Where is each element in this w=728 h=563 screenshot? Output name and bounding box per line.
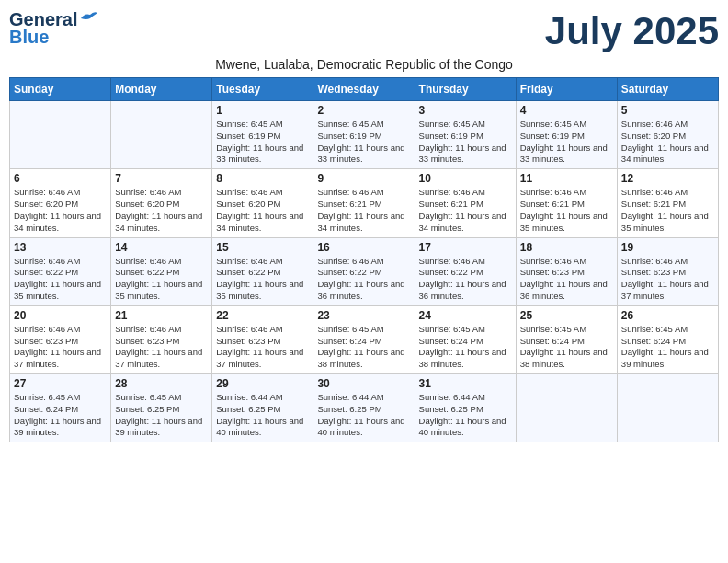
day-number: 1: [216, 104, 309, 117]
calendar-cell: 3Sunrise: 6:45 AM Sunset: 6:19 PM Daylig…: [415, 101, 516, 169]
day-number: 6: [14, 172, 107, 185]
calendar-cell: 30Sunrise: 6:44 AM Sunset: 6:25 PM Dayli…: [313, 374, 415, 442]
calendar-cell: 12Sunrise: 6:46 AM Sunset: 6:21 PM Dayli…: [617, 169, 718, 237]
day-number: 11: [520, 172, 613, 185]
day-number: 12: [621, 172, 714, 185]
day-info: Sunrise: 6:46 AM Sunset: 6:22 PM Dayligh…: [317, 256, 410, 303]
weekday-header-tuesday: Tuesday: [212, 78, 313, 101]
day-number: 16: [317, 241, 410, 254]
day-info: Sunrise: 6:46 AM Sunset: 6:22 PM Dayligh…: [14, 256, 107, 303]
weekday-header-saturday: Saturday: [617, 78, 718, 101]
day-info: Sunrise: 6:46 AM Sunset: 6:23 PM Dayligh…: [14, 324, 107, 371]
calendar-cell: 18Sunrise: 6:46 AM Sunset: 6:23 PM Dayli…: [516, 237, 617, 305]
day-number: 3: [419, 104, 512, 117]
day-info: Sunrise: 6:45 AM Sunset: 6:24 PM Dayligh…: [14, 392, 107, 439]
page-subtitle: Mwene, Lualaba, Democratic Republic of t…: [9, 57, 719, 72]
calendar-cell: 29Sunrise: 6:44 AM Sunset: 6:25 PM Dayli…: [212, 374, 313, 442]
day-info: Sunrise: 6:44 AM Sunset: 6:25 PM Dayligh…: [216, 392, 309, 439]
calendar-week-row: 1Sunrise: 6:45 AM Sunset: 6:19 PM Daylig…: [10, 101, 719, 169]
calendar-cell: 13Sunrise: 6:46 AM Sunset: 6:22 PM Dayli…: [10, 237, 111, 305]
calendar-cell: 5Sunrise: 6:46 AM Sunset: 6:20 PM Daylig…: [617, 101, 718, 169]
day-info: Sunrise: 6:46 AM Sunset: 6:22 PM Dayligh…: [216, 256, 309, 303]
day-number: 27: [14, 377, 107, 390]
weekday-header-thursday: Thursday: [415, 78, 516, 101]
calendar-cell: 27Sunrise: 6:45 AM Sunset: 6:24 PM Dayli…: [10, 374, 111, 442]
day-number: 28: [115, 377, 208, 390]
page-header: General Blue July 2025: [9, 9, 719, 53]
calendar-cell: 21Sunrise: 6:46 AM Sunset: 6:23 PM Dayli…: [111, 305, 212, 373]
day-info: Sunrise: 6:46 AM Sunset: 6:21 PM Dayligh…: [520, 187, 613, 234]
day-number: 5: [621, 104, 714, 117]
day-info: Sunrise: 6:45 AM Sunset: 6:25 PM Dayligh…: [115, 392, 208, 439]
day-info: Sunrise: 6:46 AM Sunset: 6:20 PM Dayligh…: [14, 187, 107, 234]
calendar-cell: [617, 374, 718, 442]
day-info: Sunrise: 6:46 AM Sunset: 6:23 PM Dayligh…: [520, 256, 613, 303]
day-info: Sunrise: 6:46 AM Sunset: 6:23 PM Dayligh…: [621, 256, 714, 303]
day-info: Sunrise: 6:45 AM Sunset: 6:19 PM Dayligh…: [520, 119, 613, 166]
calendar-week-row: 20Sunrise: 6:46 AM Sunset: 6:23 PM Dayli…: [10, 305, 719, 373]
calendar-week-row: 6Sunrise: 6:46 AM Sunset: 6:20 PM Daylig…: [10, 169, 719, 237]
calendar-cell: 28Sunrise: 6:45 AM Sunset: 6:25 PM Dayli…: [111, 374, 212, 442]
weekday-header-wednesday: Wednesday: [313, 78, 415, 101]
weekday-header-sunday: Sunday: [10, 78, 111, 101]
day-number: 7: [115, 172, 208, 185]
calendar-cell: 31Sunrise: 6:44 AM Sunset: 6:25 PM Dayli…: [415, 374, 516, 442]
day-info: Sunrise: 6:45 AM Sunset: 6:24 PM Dayligh…: [621, 324, 714, 371]
weekday-header-friday: Friday: [516, 78, 617, 101]
day-info: Sunrise: 6:45 AM Sunset: 6:19 PM Dayligh…: [317, 119, 410, 166]
calendar-cell: 15Sunrise: 6:46 AM Sunset: 6:22 PM Dayli…: [212, 237, 313, 305]
calendar-week-row: 13Sunrise: 6:46 AM Sunset: 6:22 PM Dayli…: [10, 237, 719, 305]
calendar-cell: 14Sunrise: 6:46 AM Sunset: 6:22 PM Dayli…: [111, 237, 212, 305]
day-number: 14: [115, 241, 208, 254]
day-number: 24: [419, 309, 512, 322]
day-number: 15: [216, 241, 309, 254]
day-number: 18: [520, 241, 613, 254]
calendar-cell: 7Sunrise: 6:46 AM Sunset: 6:20 PM Daylig…: [111, 169, 212, 237]
calendar-cell: 20Sunrise: 6:46 AM Sunset: 6:23 PM Dayli…: [10, 305, 111, 373]
calendar-cell: 9Sunrise: 6:46 AM Sunset: 6:21 PM Daylig…: [313, 169, 415, 237]
day-number: 30: [317, 377, 410, 390]
day-info: Sunrise: 6:44 AM Sunset: 6:25 PM Dayligh…: [317, 392, 410, 439]
calendar-cell: 17Sunrise: 6:46 AM Sunset: 6:22 PM Dayli…: [415, 237, 516, 305]
day-number: 26: [621, 309, 714, 322]
day-number: 8: [216, 172, 309, 185]
calendar-cell: 1Sunrise: 6:45 AM Sunset: 6:19 PM Daylig…: [212, 101, 313, 169]
calendar-cell: 11Sunrise: 6:46 AM Sunset: 6:21 PM Dayli…: [516, 169, 617, 237]
day-number: 23: [317, 309, 410, 322]
day-info: Sunrise: 6:45 AM Sunset: 6:24 PM Dayligh…: [419, 324, 512, 371]
day-number: 19: [621, 241, 714, 254]
calendar-cell: 22Sunrise: 6:46 AM Sunset: 6:23 PM Dayli…: [212, 305, 313, 373]
day-number: 17: [419, 241, 512, 254]
day-info: Sunrise: 6:45 AM Sunset: 6:19 PM Dayligh…: [216, 119, 309, 166]
day-number: 31: [419, 377, 512, 390]
logo-blue: Blue: [9, 27, 49, 48]
day-info: Sunrise: 6:46 AM Sunset: 6:21 PM Dayligh…: [317, 187, 410, 234]
calendar-cell: 19Sunrise: 6:46 AM Sunset: 6:23 PM Dayli…: [617, 237, 718, 305]
day-number: 29: [216, 377, 309, 390]
calendar-cell: [516, 374, 617, 442]
day-info: Sunrise: 6:46 AM Sunset: 6:20 PM Dayligh…: [115, 187, 208, 234]
logo: General Blue: [9, 9, 99, 48]
logo-bird-icon: [79, 11, 99, 26]
calendar-cell: [10, 101, 111, 169]
month-title: July 2025: [545, 9, 719, 53]
day-number: 20: [14, 309, 107, 322]
day-info: Sunrise: 6:46 AM Sunset: 6:22 PM Dayligh…: [115, 256, 208, 303]
day-info: Sunrise: 6:46 AM Sunset: 6:23 PM Dayligh…: [115, 324, 208, 371]
calendar-cell: 6Sunrise: 6:46 AM Sunset: 6:20 PM Daylig…: [10, 169, 111, 237]
day-info: Sunrise: 6:46 AM Sunset: 6:20 PM Dayligh…: [216, 187, 309, 234]
day-number: 25: [520, 309, 613, 322]
calendar-cell: 24Sunrise: 6:45 AM Sunset: 6:24 PM Dayli…: [415, 305, 516, 373]
day-number: 13: [14, 241, 107, 254]
calendar-cell: 23Sunrise: 6:45 AM Sunset: 6:24 PM Dayli…: [313, 305, 415, 373]
day-info: Sunrise: 6:45 AM Sunset: 6:19 PM Dayligh…: [419, 119, 512, 166]
weekday-header-monday: Monday: [111, 78, 212, 101]
day-info: Sunrise: 6:46 AM Sunset: 6:22 PM Dayligh…: [419, 256, 512, 303]
day-info: Sunrise: 6:46 AM Sunset: 6:20 PM Dayligh…: [621, 119, 714, 166]
day-number: 22: [216, 309, 309, 322]
calendar-week-row: 27Sunrise: 6:45 AM Sunset: 6:24 PM Dayli…: [10, 374, 719, 442]
day-info: Sunrise: 6:45 AM Sunset: 6:24 PM Dayligh…: [317, 324, 410, 371]
calendar-table: SundayMondayTuesdayWednesdayThursdayFrid…: [9, 77, 719, 442]
weekday-header-row: SundayMondayTuesdayWednesdayThursdayFrid…: [10, 78, 719, 101]
day-number: 2: [317, 104, 410, 117]
